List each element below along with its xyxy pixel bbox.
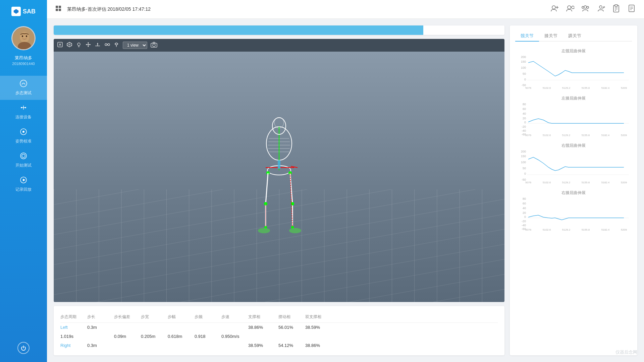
svg-line-27	[574, 8, 574, 9]
right-support: 38.59%	[248, 343, 278, 348]
sidebar-item-record-playback[interactable]: 记录回放	[0, 172, 47, 196]
header-speed: 步速	[221, 314, 248, 320]
svg-text:5076: 5076	[525, 228, 531, 231]
svg-text:50: 50	[523, 72, 526, 75]
svg-rect-19	[59, 6, 61, 8]
header-gait-cycle: 步态周期	[60, 314, 87, 320]
tab-knee[interactable]: 膝关节	[539, 31, 563, 42]
sidebar-item-posture-calibrate[interactable]: 姿势校准	[0, 124, 47, 148]
svg-text:5182.4: 5182.4	[601, 86, 610, 89]
svg-text:5209: 5209	[621, 181, 627, 183]
svg-text:40: 40	[523, 112, 526, 115]
svg-line-82	[266, 173, 268, 204]
progress-bar	[54, 25, 504, 35]
header-step-length-diff: 步长偏差	[114, 314, 141, 320]
chart-left-hip-area: 200 150 100 50 0 -50 5076 5102.6 5129.2 …	[515, 55, 632, 89]
grid-icon[interactable]	[55, 5, 62, 13]
topbar-icons	[550, 4, 636, 15]
svg-text:5102.6: 5102.6	[543, 228, 551, 231]
search-user-icon[interactable]	[566, 4, 574, 15]
power-button[interactable]	[17, 342, 30, 354]
svg-rect-21	[59, 9, 61, 11]
breadcrumb: 莱昂纳多-首次评估 2018/02/05 17:47:12	[67, 6, 550, 12]
mesh-icon[interactable]	[66, 42, 72, 49]
progress-rest	[423, 25, 504, 35]
svg-text:5155.8: 5155.8	[582, 228, 590, 231]
svg-text:5155.8: 5155.8	[582, 134, 590, 136]
svg-point-29	[582, 6, 584, 8]
svg-text:5102.6: 5102.6	[543, 181, 551, 183]
header-swing: 摆动相	[278, 314, 305, 320]
logo-icon	[11, 7, 21, 16]
svg-rect-18	[56, 6, 58, 8]
add-user-icon[interactable]	[550, 4, 559, 15]
start-test-icon	[20, 152, 27, 161]
record-playback-icon	[20, 176, 27, 185]
connect-device-icon	[20, 104, 27, 113]
clipboard-icon[interactable]	[612, 4, 621, 15]
link-group-icon[interactable]	[596, 4, 605, 15]
view-select[interactable]: 1 view 2 view 4 view	[123, 42, 147, 49]
svg-text:5182.4: 5182.4	[601, 134, 610, 136]
svg-text:60: 60	[523, 202, 526, 205]
location-icon[interactable]	[76, 42, 82, 49]
svg-text:200: 200	[521, 150, 526, 153]
joint-icon[interactable]	[104, 42, 110, 49]
svg-text:50: 50	[523, 167, 526, 170]
select-icon[interactable]	[57, 42, 63, 49]
camera-icon[interactable]	[151, 42, 157, 49]
svg-point-30	[587, 6, 589, 8]
svg-point-65	[117, 44, 118, 45]
svg-text:40: 40	[523, 206, 526, 210]
tab-ankle[interactable]: 踝关节	[563, 31, 587, 42]
left-swing: 56.01%	[278, 325, 305, 330]
viewport-toolbar: 1 view 2 view 4 view	[54, 39, 504, 52]
svg-point-26	[572, 6, 574, 9]
svg-point-28	[584, 6, 587, 8]
marker-icon[interactable]	[113, 42, 119, 49]
svg-point-60	[105, 44, 107, 46]
svg-text:0: 0	[524, 172, 526, 175]
document-icon[interactable]	[627, 4, 636, 15]
move-icon[interactable]	[85, 42, 91, 49]
data-table: 步态周期 步长 步长偏差 步宽 步幅 步频 步速 支撑相 摆动相 双支撑相 Le…	[54, 306, 504, 355]
svg-text:5076: 5076	[525, 134, 531, 136]
logo-text: SAB	[23, 8, 36, 15]
header-cadence: 步频	[195, 314, 221, 320]
chart-left-knee-area: 80 60 40 20 0 -20 -40 -60 5076 5102.6 51…	[515, 103, 632, 136]
svg-text:0: 0	[524, 78, 526, 81]
svg-point-67	[153, 44, 155, 47]
svg-text:100: 100	[521, 161, 526, 164]
svg-text:5155.8: 5155.8	[582, 181, 590, 183]
right-panel: 髋关节 膝关节 踝关节 左髋屈曲伸展 200 150 100 50 0 -50	[510, 25, 637, 355]
group-icon[interactable]	[581, 4, 590, 15]
user-name: 莱昂纳多	[15, 55, 32, 61]
skeleton-model	[235, 117, 323, 237]
sidebar-item-start-test[interactable]: 开始测试	[0, 148, 47, 172]
content-area: 1 view 2 view 4 view	[47, 19, 644, 362]
3d-viewport: 1 view 2 view 4 view	[54, 39, 504, 302]
svg-marker-17	[23, 179, 25, 181]
left-double-support: 38.59%	[305, 325, 335, 330]
chart-left-hip-title: 左髋屈曲伸展	[515, 48, 632, 54]
svg-text:5155.8: 5155.8	[582, 86, 590, 89]
sidebar-item-gait-test[interactable]: 步态测试	[0, 76, 47, 100]
nav-items: 步态测试 连接设备 姿势校准	[0, 76, 47, 342]
svg-text:5129.2: 5129.2	[562, 86, 571, 89]
header-step-length: 步长	[87, 314, 114, 320]
svg-text:5102.6: 5102.6	[543, 134, 551, 136]
svg-text:200: 200	[521, 55, 526, 59]
chart-left-knee: 左膝屈曲伸展 80 60 40 20 0 -20 -40 -60 5076 51…	[515, 96, 632, 136]
sidebar-item-connect-device[interactable]: 连接设备	[0, 100, 47, 124]
tab-hip[interactable]: 髋关节	[515, 31, 539, 42]
header-double-support: 双支撑相	[305, 314, 335, 320]
right-double-support: 38.86%	[305, 343, 335, 348]
main-content: 莱昂纳多-首次评估 2018/02/05 17:47:12	[47, 0, 644, 362]
floor-icon[interactable]	[95, 42, 101, 49]
left-step-length: 0.3m	[87, 325, 114, 330]
svg-point-11	[25, 107, 26, 108]
topbar: 莱昂纳多-首次评估 2018/02/05 17:47:12	[47, 0, 644, 19]
svg-text:5209: 5209	[621, 228, 627, 231]
left-panel: 1 view 2 view 4 view	[54, 25, 504, 355]
svg-point-31	[599, 6, 602, 8]
